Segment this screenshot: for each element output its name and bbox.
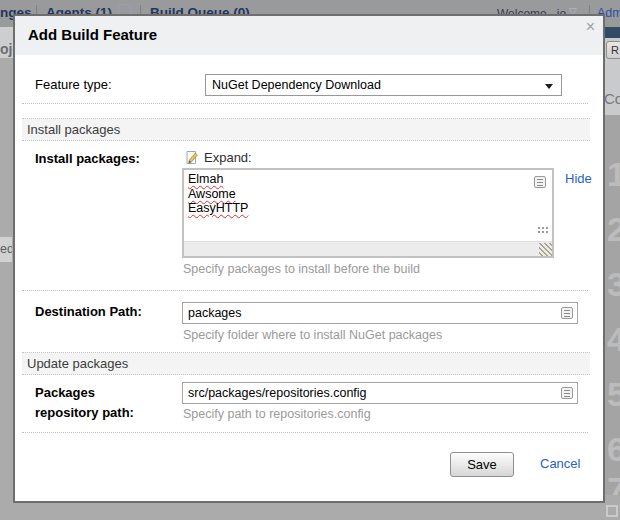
cancel-link[interactable]: Cancel	[540, 456, 580, 471]
configuration-heading-fragment: Con	[604, 90, 620, 107]
repository-path-label-line1: Packages	[35, 383, 180, 403]
package-name: Elmah	[188, 172, 248, 187]
background-text-fragment: ed	[0, 242, 12, 256]
install-packages-label: Install packages:	[35, 151, 140, 166]
screen: nges Agents (1) Build Queue (0) Welcome,…	[0, 0, 620, 520]
package-name: EasyHTTP	[188, 201, 248, 216]
destination-path-input[interactable]	[182, 302, 578, 324]
close-icon[interactable]: ×	[586, 18, 595, 36]
background-page-fragment: ed	[0, 237, 12, 262]
repository-path-input[interactable]	[182, 382, 578, 404]
background-page-fragment: R Con	[605, 38, 620, 115]
save-button[interactable]: Save	[450, 452, 514, 477]
destination-path-label: Destination Path:	[35, 304, 142, 319]
background-header-bar-fragment	[605, 27, 620, 38]
feature-type-select[interactable]: NuGet Dependency Download	[205, 74, 562, 96]
destination-path-note: Specify folder where to install NuGet pa…	[183, 328, 442, 342]
project-text-fragment: oje	[0, 41, 13, 57]
resize-grip-dots-icon[interactable]	[537, 226, 548, 235]
value-list-icon[interactable]	[534, 176, 546, 188]
install-packages-section-header: Install packages	[22, 118, 590, 141]
step-number: 7	[607, 470, 620, 495]
edit-page-icon	[185, 150, 199, 165]
dialog-title-bar: Add Build Feature ×	[15, 16, 603, 55]
repository-path-note: Specify path to repositories.config	[183, 407, 371, 421]
package-name: Awsome	[188, 187, 248, 202]
step-number: 6	[607, 430, 620, 469]
packages-text: Elmah Awsome EasyHTTP	[188, 172, 248, 216]
add-build-feature-dialog: Add Build Feature × Feature type: NuGet …	[13, 14, 605, 503]
feature-type-selected-value: NuGet Dependency Download	[212, 78, 381, 92]
repository-path-label: Packages repository path:	[35, 383, 180, 423]
step-number: 4	[607, 320, 620, 359]
step-number: 5	[607, 375, 620, 414]
separator	[22, 432, 588, 433]
value-list-icon[interactable]	[561, 307, 573, 319]
feature-type-label: Feature type:	[35, 77, 112, 92]
horizontal-scrollbar[interactable]	[184, 241, 552, 256]
step-number: 1	[607, 155, 620, 194]
hide-link[interactable]: Hide	[565, 171, 592, 186]
repository-path-field-wrap	[182, 382, 578, 404]
packages-textarea[interactable]: Elmah Awsome EasyHTTP	[182, 168, 554, 258]
expand-label: Expand:	[204, 150, 252, 165]
separator	[22, 290, 588, 291]
background-step-numbers: 1 2 3 4 5 6 7	[605, 115, 620, 495]
step-number: 3	[607, 265, 620, 304]
resize-handle-icon[interactable]	[539, 243, 552, 256]
separator	[22, 103, 588, 104]
background-page-fragment: oje	[0, 27, 13, 58]
value-list-icon[interactable]	[561, 387, 573, 399]
chevron-down-icon	[545, 84, 553, 89]
background-box-fragment	[606, 505, 618, 517]
repository-path-label-line2: repository path:	[35, 403, 180, 423]
step-number: 2	[607, 210, 620, 249]
dialog-title: Add Build Feature	[28, 26, 157, 43]
destination-path-field-wrap	[182, 302, 578, 324]
install-packages-note: Specify packages to install before the b…	[183, 262, 420, 276]
run-button-fragment: R	[606, 41, 620, 59]
update-packages-section-header: Update packages	[22, 352, 590, 375]
expand-editor-control[interactable]: Expand:	[185, 148, 252, 166]
